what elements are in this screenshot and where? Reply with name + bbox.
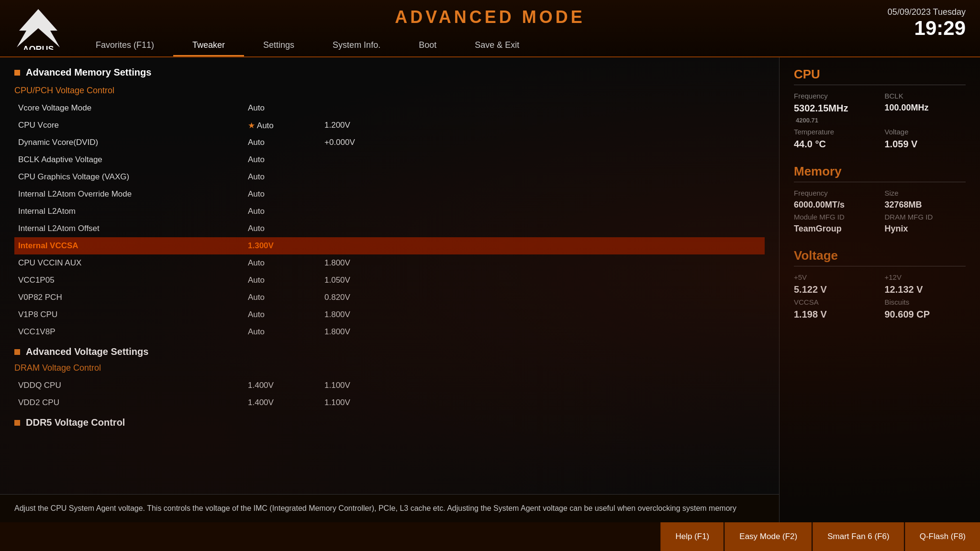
logo-area: AORUS <box>0 2 77 55</box>
header: AORUS ADVANCED MODE Favorites (F11) Twea… <box>0 0 980 57</box>
plus12v-label: +12V <box>885 273 966 281</box>
datetime: 05/09/2023 Tuesday 19:29 <box>888 7 966 38</box>
cpu-pch-label: CPU/PCH Voltage Control <box>14 86 765 96</box>
voltage-info-grid: +5V +12V 5.122 V 12.132 V VCCSA Biscuits… <box>794 273 966 320</box>
ddr5-label: DDR5 Voltage Control <box>26 417 125 428</box>
plus5v-value: 5.122 V <box>794 284 875 295</box>
module-mfg-label: Module MFG ID <box>794 213 875 221</box>
module-mfg-value: TeamGroup <box>794 224 875 234</box>
svg-text:AORUS: AORUS <box>22 44 54 50</box>
temperature-label: Temperature <box>794 128 875 136</box>
frequency-label: Frequency <box>794 92 875 100</box>
vccsa-label: VCCSA <box>794 298 875 306</box>
plus12v-value: 12.132 V <box>885 284 966 295</box>
bclk-label: BCLK <box>885 92 966 100</box>
adv-voltage-label: Advanced Voltage Settings <box>26 346 148 357</box>
table-row[interactable]: CPU Vcore Auto 1.200V <box>14 117 765 134</box>
section-title: Advanced Memory Settings <box>26 67 151 78</box>
cpu-pch-table: Vcore Voltage Mode Auto CPU Vcore Auto 1… <box>14 99 765 341</box>
table-row[interactable]: VCC1V8P Auto 1.800V <box>14 323 765 341</box>
dram-mfg-value: Hynix <box>885 224 966 234</box>
svg-marker-0 <box>17 9 60 47</box>
frequency-value: 5302.15MHz 4200.71 <box>794 103 875 125</box>
time-display: 19:29 <box>888 18 966 38</box>
main-content: Advanced Memory Settings CPU/PCH Voltage… <box>0 57 980 522</box>
cpu-title: CPU <box>794 67 966 85</box>
ddr5-header: DDR5 Voltage Control <box>14 417 765 428</box>
tab-tweaker[interactable]: Tweaker <box>173 35 244 56</box>
cpu-info-section: CPU Frequency BCLK 5302.15MHz 4200.71 10… <box>794 67 966 150</box>
biscuits-label: Biscuits <box>885 298 966 306</box>
table-row-selected[interactable]: Internal VCCSA 1.300V <box>14 237 765 254</box>
voltage-info-section: Voltage +5V +12V 5.122 V 12.132 V VCCSA … <box>794 248 966 320</box>
dram-label: DRAM Voltage Control <box>14 363 765 373</box>
dram-mfg-label: DRAM MFG ID <box>885 213 966 221</box>
mem-freq-value: 6000.00MT/s <box>794 200 875 210</box>
smart-fan-button[interactable]: Smart Fan 6 (F6) <box>813 522 903 551</box>
memory-title: Memory <box>794 164 966 182</box>
right-panel: CPU Frequency BCLK 5302.15MHz 4200.71 10… <box>779 57 980 522</box>
nav-tabs: Favorites (F11) Tweaker Settings System … <box>77 35 980 56</box>
mem-size-value: 32768MB <box>885 200 966 210</box>
adv-voltage-header: Advanced Voltage Settings <box>14 346 765 357</box>
tab-save-exit[interactable]: Save & Exit <box>456 35 538 56</box>
dram-table: VDDQ CPU 1.400V 1.100V VDD2 CPU 1.400V 1… <box>14 377 765 411</box>
section-bullet <box>14 70 20 76</box>
table-row[interactable]: VDD2 CPU 1.400V 1.100V <box>14 394 765 411</box>
table-row[interactable]: Internal L2Atom Auto <box>14 203 765 220</box>
table-row[interactable]: Internal L2Atom Offset Auto <box>14 220 765 237</box>
table-row[interactable]: VDDQ CPU 1.400V 1.100V <box>14 377 765 394</box>
voltage-title: Voltage <box>794 248 966 266</box>
temperature-value: 44.0 °C <box>794 139 875 150</box>
description-box: Adjust the CPU System Agent voltage. Thi… <box>0 494 779 522</box>
help-button[interactable]: Help (F1) <box>660 522 724 551</box>
cpu-info-grid: Frequency BCLK 5302.15MHz 4200.71 100.00… <box>794 92 966 150</box>
table-row[interactable]: CPU Graphics Voltage (VAXG) Auto <box>14 168 765 186</box>
tab-boot[interactable]: Boot <box>400 35 456 56</box>
mem-size-label: Size <box>885 189 966 197</box>
tab-favorites[interactable]: Favorites (F11) <box>77 35 173 56</box>
section-header: Advanced Memory Settings <box>14 67 765 78</box>
section-bullet-2 <box>14 349 20 355</box>
voltage-value-cpu: 1.059 V <box>885 139 966 150</box>
aorus-logo: AORUS <box>10 7 67 50</box>
memory-info-grid: Frequency Size 6000.00MT/s 32768MB Modul… <box>794 189 966 234</box>
qflash-button[interactable]: Q-Flash (F8) <box>905 522 980 551</box>
description-text: Adjust the CPU System Agent voltage. Thi… <box>14 504 736 512</box>
table-row[interactable]: V0P82 PCH Auto 0.820V <box>14 289 765 306</box>
left-panel: Advanced Memory Settings CPU/PCH Voltage… <box>0 57 779 522</box>
table-row[interactable]: BCLK Adaptive Voltage Auto <box>14 151 765 168</box>
table-row[interactable]: VCC1P05 Auto 1.050V <box>14 272 765 289</box>
table-row[interactable]: Internal L2Atom Override Mode Auto <box>14 186 765 203</box>
biscuits-value: 90.609 CP <box>885 309 966 320</box>
plus5v-label: +5V <box>794 273 875 281</box>
easy-mode-button[interactable]: Easy Mode (F2) <box>724 522 812 551</box>
date-display: 05/09/2023 Tuesday <box>888 7 966 17</box>
table-row[interactable]: Vcore Voltage Mode Auto <box>14 99 765 117</box>
section-bullet-3 <box>14 420 20 426</box>
memory-info-section: Memory Frequency Size 6000.00MT/s 32768M… <box>794 164 966 234</box>
table-row[interactable]: V1P8 CPU Auto 1.800V <box>14 306 765 323</box>
vccsa-value: 1.198 V <box>794 309 875 320</box>
table-row[interactable]: Dynamic Vcore(DVID) Auto +0.000V <box>14 134 765 151</box>
tab-sysinfo[interactable]: System Info. <box>313 35 400 56</box>
tab-settings[interactable]: Settings <box>244 35 313 56</box>
header-title: ADVANCED MODE <box>395 7 585 27</box>
footer: Help (F1) Easy Mode (F2) Smart Fan 6 (F6… <box>0 522 980 551</box>
voltage-label-cpu: Voltage <box>885 128 966 136</box>
table-row[interactable]: CPU VCCIN AUX Auto 1.800V <box>14 254 765 272</box>
mem-freq-label: Frequency <box>794 189 875 197</box>
bclk-value: 100.00MHz <box>885 103 966 125</box>
